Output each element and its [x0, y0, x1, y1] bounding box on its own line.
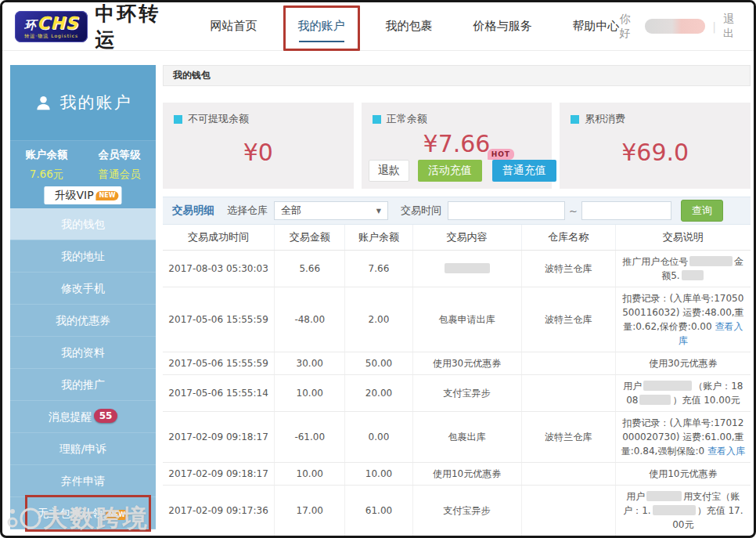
cell-warehouse	[521, 463, 615, 486]
sidebar-item-5[interactable]: 我的推广	[10, 369, 156, 401]
cell-description: 使用10元优惠券	[615, 463, 751, 486]
cell-amount: -48.00	[275, 287, 345, 352]
user-area: 你好 | 退出	[620, 13, 741, 41]
logout-link[interactable]: 退出	[723, 13, 741, 41]
cell-text: 推广用户仓位号	[622, 256, 688, 267]
top-header: 环 CHS 转运·物流 Logistics 中环转运 网站首页我的账户我的包裹价…	[2, 2, 754, 51]
cell-amount: 17.00	[275, 486, 345, 536]
card-amount: ¥7.66	[373, 130, 542, 157]
cell-time: 2017-02-09 09:17:36	[163, 486, 275, 536]
card-label-text: 不可提现余额	[188, 112, 249, 126]
date-to-input[interactable]	[581, 201, 671, 220]
sidebar-title-text: 我的账户	[60, 92, 132, 114]
active-underline	[299, 41, 344, 42]
nav-item-1[interactable]: 我的账户	[298, 19, 345, 34]
sidebar: 我的账户 账户余额 会员等级 7.66元 普通会员 升级VIP NEW 我的钱包…	[10, 65, 156, 529]
nav-item-4[interactable]: 帮助中心	[573, 19, 620, 34]
table-row-4: 2017-02-09 09:18:17-61.000.00包裹出库波特兰仓库扣费…	[163, 412, 751, 463]
nav-item-0[interactable]: 网站首页	[211, 19, 257, 34]
upgrade-vip-label: 升级VIP	[54, 189, 93, 203]
view-inbound-link[interactable]: 查看入库	[707, 446, 745, 457]
column-header-3: 交易内容	[412, 225, 521, 251]
cell-balance: 61.00	[345, 486, 412, 536]
cell-warehouse	[521, 352, 615, 375]
brand-name: 中环转运	[95, 1, 169, 52]
cell-text: 支付宝异步	[444, 388, 491, 399]
sidebar-item-label: 我的地址	[61, 250, 105, 262]
cell-warehouse: 波特兰仓库	[521, 287, 615, 352]
card-total-spent: 累积消费 ¥69.0	[560, 103, 751, 189]
column-header-4: 仓库名称	[521, 225, 615, 251]
logo-en: CHS	[37, 15, 78, 32]
redacted-text	[643, 381, 692, 391]
cell-text: 支付宝异步	[444, 505, 491, 516]
redacted-text	[682, 270, 704, 280]
sidebar-menu: 我的钱包我的地址修改手机我的优惠券我的资料我的推广消息提醒55理赔/申诉弃件申请…	[10, 208, 156, 529]
sidebar-item-6[interactable]: 消息提醒55	[10, 401, 156, 433]
cell-balance: 0.00	[345, 412, 412, 463]
sidebar-item-1[interactable]: 我的地址	[10, 240, 156, 273]
sidebar-item-label: 弃件申请	[61, 475, 105, 487]
refund-button[interactable]: 退款	[369, 160, 409, 182]
warehouse-select-value: 全部	[281, 204, 301, 218]
cell-text: 使用10元优惠券	[649, 468, 717, 479]
new-badge: NEW	[96, 191, 119, 200]
cell-description: 用户（账户：1808）充值 10.00元	[615, 375, 751, 412]
nav-item-2[interactable]: 我的包裹	[386, 19, 433, 34]
cyan-bullet-icon	[174, 115, 182, 124]
cell-time: 2017-02-09 09:18:17	[163, 412, 275, 463]
greeting-text: 你好	[620, 13, 638, 41]
logo-cn: 环	[24, 20, 36, 31]
balance-label: 账户余额	[10, 148, 83, 162]
table-header-row: 交易成功时间交易金额账户余额交易内容仓库名称交易说明	[163, 225, 751, 251]
sidebar-item-2[interactable]: 修改手机	[10, 273, 156, 305]
sidebar-item-7[interactable]: 理赔/申诉	[10, 433, 156, 465]
upgrade-vip-button[interactable]: 升级VIP NEW	[44, 186, 121, 204]
activity-recharge-button[interactable]: 活动充值	[418, 160, 482, 182]
cell-content: 支付宝异步	[412, 486, 521, 536]
redacted-text	[445, 263, 490, 273]
cell-amount: 10.00	[275, 463, 345, 486]
card-normal-balance: 正常余额 ¥7.66 退款 活动充值 普通充值 HOT	[362, 103, 553, 189]
sidebar-item-8[interactable]: 弃件申请	[10, 465, 156, 497]
cell-content: 使用10元优惠券	[412, 463, 521, 486]
sidebar-item-3[interactable]: 我的优惠券	[10, 305, 156, 337]
cell-time: 2017-08-03 05:30:03	[163, 251, 275, 287]
normal-recharge-button[interactable]: 普通充值	[492, 160, 556, 182]
nav-item-3[interactable]: 价格与服务	[473, 19, 532, 34]
nav-label: 我的包裹	[386, 19, 433, 33]
site-logo[interactable]: 环 CHS 转运·物流 Logistics 中环转运	[15, 1, 170, 52]
transactions-title: 交易明细	[172, 204, 214, 218]
cell-time: 2017-02-09 09:18:17	[163, 463, 275, 486]
cell-text: 用户	[623, 381, 642, 392]
date-from-input[interactable]	[448, 201, 565, 220]
warehouse-label: 选择仓库	[227, 204, 268, 218]
cell-warehouse: 波特兰仓库	[521, 251, 615, 287]
count-badge: 55	[94, 409, 118, 423]
sidebar-stats: 账户余额 会员等级 7.66元 普通会员 升级VIP NEW	[10, 140, 156, 208]
card-label-text: 正常余额	[387, 112, 427, 126]
table-row-1: 2017-05-06 15:55:59-48.002.00包裹申请出库波特兰仓库…	[163, 287, 751, 352]
card-buttons: 退款 活动充值 普通充值 HOT	[369, 160, 545, 182]
cell-text: 使用30元优惠券	[649, 358, 717, 369]
sidebar-item-label: 无主包裹认领	[38, 507, 103, 519]
sidebar-item-4[interactable]: 我的资料	[10, 337, 156, 369]
query-button[interactable]: 查询	[681, 200, 723, 222]
sidebar-title: 我的账户	[10, 65, 156, 140]
redacted-text	[653, 505, 696, 515]
cell-time: 2017-05-06 15:55:14	[163, 375, 275, 412]
sidebar-item-0[interactable]: 我的钱包	[10, 208, 156, 240]
sidebar-item-label: 修改手机	[61, 282, 105, 294]
column-header-2: 账户余额	[345, 225, 412, 251]
nav-label: 帮助中心	[573, 19, 620, 33]
sidebar-item-label: 我的优惠券	[56, 314, 110, 327]
app-window: 环 CHS 转运·物流 Logistics 中环转运 网站首页我的账户我的包裹价…	[0, 0, 756, 538]
cell-warehouse	[521, 486, 615, 536]
main-nav: 网站首页我的账户我的包裹价格与服务帮助中心	[211, 19, 620, 34]
cyan-bullet-icon	[571, 115, 579, 124]
warehouse-select[interactable]: 全部 ▼	[274, 201, 388, 220]
nav-label: 我的账户	[298, 19, 345, 33]
cell-text: 包裹申请出库	[439, 314, 495, 325]
cell-warehouse: 波特兰仓库	[521, 412, 615, 463]
sidebar-item-9[interactable]: 无主包裹认领NEW	[10, 497, 156, 529]
